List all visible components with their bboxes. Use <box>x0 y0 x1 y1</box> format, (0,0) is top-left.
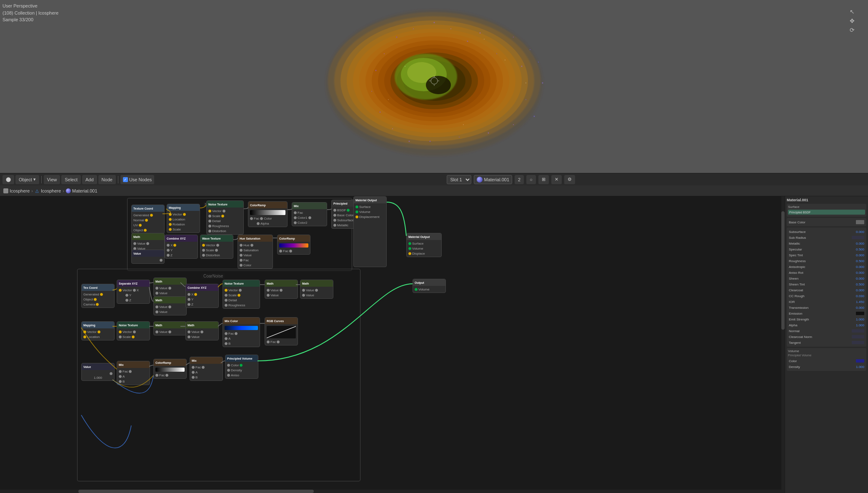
node-math-4-label: Math <box>267 282 273 285</box>
node-btn[interactable]: Node <box>98 175 116 184</box>
node-color-mix-bottom[interactable]: Mix Color Fac A B <box>223 317 260 347</box>
socket-uv <box>139 224 142 227</box>
node-output-main[interactable]: Material Output Surface Volume Displacem… <box>353 196 387 267</box>
svg-point-48 <box>484 39 485 40</box>
base-color-swatch[interactable] <box>856 220 864 224</box>
node-math-2[interactable]: Math Value Value <box>153 278 187 297</box>
node-tex-coord-bottom[interactable]: Tex Coord Generated Object Camera <box>81 284 115 308</box>
node-principled-volume-label: Principled Volume <box>227 357 253 360</box>
node-editor[interactable]: Noise Texture Coord Generated Normal UV … <box>0 196 868 493</box>
node-math-6-label: Math <box>155 324 162 327</box>
svg-point-25 <box>521 65 522 67</box>
editor-type-btn[interactable]: ⬤ <box>3 175 14 184</box>
node-wave-texture[interactable]: Wave Texture Vector Scale Distortion <box>200 235 233 259</box>
panel-surface: Surface Principled BSDF <box>787 204 866 217</box>
panel-base-color[interactable]: Base Color <box>787 218 866 226</box>
horizontal-scrollbar-thumb[interactable] <box>78 490 314 493</box>
node-mix-1-label: Mix <box>294 205 299 208</box>
viewport-mode: User Perspective <box>3 3 58 10</box>
node-noise-texture-1[interactable]: Noise Texture Vector Scale Detail Roughn… <box>206 200 244 235</box>
svg-point-30 <box>542 82 543 83</box>
node-color-ramp-3[interactable]: ColorRamp Fac <box>153 359 187 379</box>
material-count-btn[interactable]: 2 <box>515 175 524 184</box>
svg-point-27 <box>479 32 480 33</box>
node-principled-top-label: Principled <box>333 202 348 205</box>
scene-icon <box>3 188 8 193</box>
node-mapping-label: Mapping <box>169 206 181 209</box>
viewport-sample: Sample 33/200 <box>3 16 58 23</box>
node-combine-xyz[interactable]: Combine XYZ X Y Z <box>165 235 198 259</box>
node-noise-texture-1-label: Noise Texture <box>208 203 228 206</box>
horizontal-scrollbar[interactable] <box>0 490 785 493</box>
node-math-7[interactable]: Math Value Value <box>185 321 219 340</box>
node-output-main-label: Material Output <box>355 199 377 202</box>
svg-point-51 <box>405 66 405 67</box>
node-mix-bottom[interactable]: Mix Fac A B <box>117 361 150 385</box>
node-mix-2[interactable]: Mix Fac A B <box>190 357 223 381</box>
breadcrumb-scene[interactable]: Icosphere <box>3 188 30 193</box>
node-combine-xyz-bottom[interactable]: Combine XYZ X Y Z <box>185 284 219 308</box>
node-output-right[interactable]: Material Output Surface Volume Displace <box>406 233 442 257</box>
gizmo-cursor-icon[interactable]: ↖ <box>848 8 856 15</box>
node-math-3[interactable]: Math Value Value <box>153 296 187 315</box>
slot-select[interactable]: Slot 1 <box>447 175 471 184</box>
node-texture-coord[interactable]: Texture Coord Generated Normal UV Object <box>131 205 165 234</box>
gizmo-move-icon[interactable]: ✥ <box>848 18 856 24</box>
node-value-1[interactable]: Value <box>131 250 165 264</box>
socket-out <box>183 213 186 216</box>
svg-point-33 <box>513 124 514 125</box>
viewport-gizmo[interactable]: ↖ ✥ ⟳ <box>840 3 865 33</box>
material-new-btn[interactable]: ○ <box>526 175 536 184</box>
node-principled-volume[interactable]: Principled Volume Color Density Aniso <box>225 355 258 379</box>
node-hue-saturation[interactable]: Hue Saturation Hue Saturation Value Fac … <box>238 235 273 269</box>
breadcrumb-material[interactable]: Material.001 <box>66 188 98 193</box>
svg-point-40 <box>396 36 397 38</box>
svg-point-38 <box>433 22 435 23</box>
node-math-6[interactable]: Math Value <box>153 321 187 335</box>
use-nodes-checkbox: ✓ <box>123 177 128 182</box>
svg-point-35 <box>459 137 460 138</box>
panel-properties: Subsurface0.000 Sub Radius Metallic0.000… <box>787 228 866 347</box>
node-tex-coord-bottom-label: Tex Coord <box>83 286 98 289</box>
mode-dropdown-icon: ▾ <box>33 177 36 182</box>
add-btn[interactable]: Add <box>82 175 97 184</box>
node-separate-xyz[interactable]: Separate XYZ VectorX Y Z <box>117 280 150 304</box>
node-math-4[interactable]: Math Value Value <box>265 280 298 299</box>
svg-point-29 <box>538 62 539 63</box>
socket-normal <box>145 219 148 222</box>
node-value-bottom[interactable]: Value 1.000 <box>81 363 115 381</box>
node-value-bottom-label: Value <box>83 365 91 368</box>
node-rgb-curves[interactable]: RGB Curves Fac <box>265 317 298 345</box>
toolbar-center: Slot 1 Material.001 2 ○ ⊞ ✕ ⚙ <box>156 175 865 184</box>
vertical-scrollbar[interactable] <box>781 196 785 493</box>
viewport-3d[interactable]: User Perspective (108) Collection | Icos… <box>0 0 868 173</box>
node-color-ramp-1[interactable]: ColorRamp FacColor Alpha <box>248 201 288 227</box>
mode-btn[interactable]: Object ▾ <box>15 175 39 184</box>
node-math-2-label: Math <box>155 280 162 283</box>
node-color-ramp-2[interactable]: ColorRamp Fac <box>277 235 310 255</box>
breadcrumb: Icosphere › △ Icosphere › Material.001 <box>0 185 868 196</box>
node-noise-texture-2[interactable]: Noise Texture Vector Scale Detail Roughn… <box>223 280 260 309</box>
node-mapping[interactable]: Mapping Vector Location Rotation Scale <box>167 204 200 233</box>
view-btn[interactable]: View <box>44 175 60 184</box>
node-math-5[interactable]: Math Value Value <box>300 280 333 299</box>
select-btn[interactable]: Select <box>61 175 81 184</box>
svg-point-49 <box>525 83 526 83</box>
node-noise-tex-3[interactable]: Noise Texture Vector Scale <box>117 321 150 340</box>
sep-2: › <box>63 188 64 193</box>
use-nodes-btn[interactable]: ✓ Use Nodes <box>120 175 154 184</box>
breadcrumb-mesh[interactable]: △ Icosphere <box>35 188 61 193</box>
node-output-bottom[interactable]: Output Volume <box>413 279 446 293</box>
material-delete-btn[interactable]: ✕ <box>551 175 562 184</box>
node-mapping-bottom[interactable]: Mapping Vector Location <box>81 321 115 340</box>
sep-1: › <box>31 188 33 193</box>
shader-toolbar: ⬤ Object ▾ View Select Add Node ✓ Use No… <box>0 173 868 185</box>
vertical-scrollbar-thumb[interactable] <box>781 211 785 330</box>
material-save-btn[interactable]: ⊞ <box>538 175 549 184</box>
node-rgb-curves-label: RGB Curves <box>267 320 284 323</box>
material-settings-btn[interactable]: ⚙ <box>564 175 575 184</box>
node-mix-1[interactable]: Mix Fac Color1 Color2 <box>292 202 327 226</box>
material-display: Material.001 <box>474 175 513 184</box>
gizmo-rotate-icon[interactable]: ⟳ <box>848 27 856 33</box>
panel-volume: Volume Principled Volume Color Density1.… <box>787 348 866 371</box>
